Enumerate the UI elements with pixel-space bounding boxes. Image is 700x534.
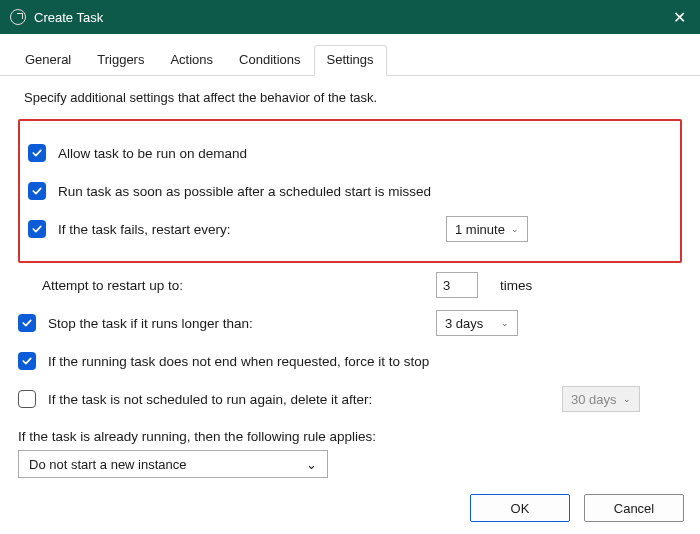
input-attempt-count[interactable]: 3 (436, 272, 478, 298)
row-run-asap: Run task as soon as possible after a sch… (28, 175, 672, 207)
tab-conditions[interactable]: Conditions (226, 45, 313, 76)
checkbox-delete-after[interactable] (18, 390, 36, 408)
window-title: Create Task (34, 10, 103, 25)
combo-stop-duration[interactable]: 3 days ⌄ (436, 310, 518, 336)
label-run-asap: Run task as soon as possible after a sch… (58, 184, 431, 199)
titlebar: Create Task ✕ (0, 0, 700, 34)
row-attempt: Attempt to restart up to: 3 times (18, 269, 682, 301)
combo-rule[interactable]: Do not start a new instance ⌄ (18, 450, 328, 478)
label-force-stop: If the running task does not end when re… (48, 354, 429, 369)
check-icon (21, 355, 33, 367)
combo-stop-duration-value: 3 days (445, 316, 483, 331)
chevron-down-icon: ⌄ (511, 224, 519, 234)
tab-settings[interactable]: Settings (314, 45, 387, 76)
checkbox-restart-every[interactable] (28, 220, 46, 238)
check-icon (31, 223, 43, 235)
input-attempt-value: 3 (443, 278, 450, 293)
row-stop-if-longer: Stop the task if it runs longer than: 3 … (18, 307, 682, 339)
check-icon (31, 185, 43, 197)
row-delete-after: If the task is not scheduled to run agai… (18, 383, 682, 415)
combo-restart-interval[interactable]: 1 minute ⌄ (446, 216, 528, 242)
combo-delete-after: 30 days ⌄ (562, 386, 640, 412)
close-icon[interactable]: ✕ (673, 8, 686, 27)
combo-delete-after-value: 30 days (571, 392, 617, 407)
combo-rule-value: Do not start a new instance (29, 457, 187, 472)
row-force-stop: If the running task does not end when re… (18, 345, 682, 377)
tab-actions[interactable]: Actions (157, 45, 226, 76)
dialog-footer: OK Cancel (470, 494, 684, 522)
checkbox-force-stop[interactable] (18, 352, 36, 370)
cancel-button[interactable]: Cancel (584, 494, 684, 522)
label-delete-after: If the task is not scheduled to run agai… (48, 392, 372, 407)
label-stop-if-longer: Stop the task if it runs longer than: (48, 316, 253, 331)
checkbox-stop-if-longer[interactable] (18, 314, 36, 332)
checkbox-allow-on-demand[interactable] (28, 144, 46, 162)
tab-content: Specify additional settings that affect … (0, 76, 700, 478)
combo-restart-interval-value: 1 minute (455, 222, 505, 237)
tab-triggers[interactable]: Triggers (84, 45, 157, 76)
label-attempt: Attempt to restart up to: (42, 278, 183, 293)
label-attempt-suffix: times (500, 278, 532, 293)
checkbox-run-asap[interactable] (28, 182, 46, 200)
clock-icon (10, 9, 26, 25)
label-restart-every: If the task fails, restart every: (58, 222, 231, 237)
chevron-down-icon: ⌄ (501, 318, 509, 328)
chevron-down-icon: ⌄ (623, 394, 631, 404)
ok-button[interactable]: OK (470, 494, 570, 522)
label-allow-on-demand: Allow task to be run on demand (58, 146, 247, 161)
row-restart-every: If the task fails, restart every: 1 minu… (28, 213, 672, 245)
highlighted-section: Allow task to be run on demand Run task … (18, 119, 682, 263)
tab-strip: General Triggers Actions Conditions Sett… (0, 34, 700, 76)
label-rule-intro: If the task is already running, then the… (18, 429, 682, 444)
row-allow-on-demand: Allow task to be run on demand (28, 137, 672, 169)
check-icon (21, 317, 33, 329)
check-icon (31, 147, 43, 159)
tab-general[interactable]: General (12, 45, 84, 76)
chevron-down-icon: ⌄ (306, 457, 317, 472)
settings-subtitle: Specify additional settings that affect … (24, 90, 682, 105)
